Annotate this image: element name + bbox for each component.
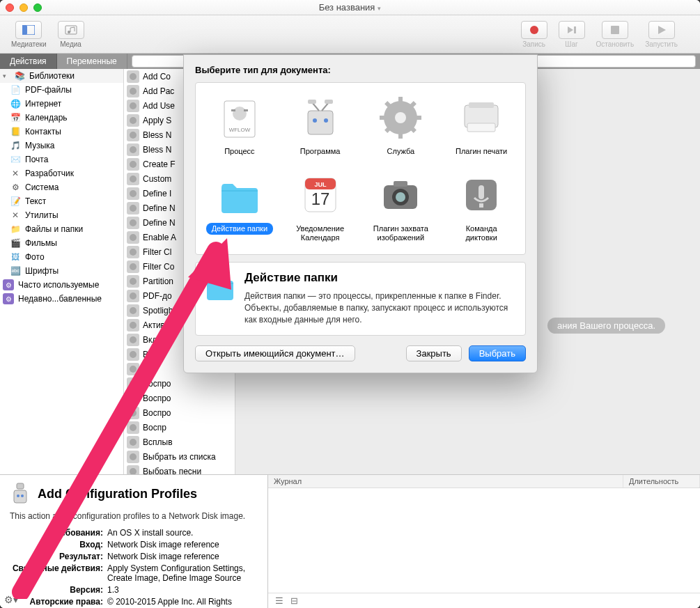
category-icon: 📝 (10, 196, 21, 207)
action-row[interactable]: Выбрать из списка (124, 449, 235, 464)
toolbar-label: Остановить (596, 40, 635, 48)
action-label: Воспро (143, 379, 171, 389)
type-print-plugin[interactable]: Плагин печати (443, 88, 520, 162)
svg-point-8 (130, 88, 137, 95)
sidebar-item[interactable]: 🔤Шрифты (0, 264, 123, 278)
sidebar-item[interactable]: 📝Текст (0, 194, 123, 208)
action-icon (127, 217, 139, 229)
journal-col[interactable]: Журнал (268, 475, 623, 488)
sidebar-item-label: Шрифты (25, 266, 59, 276)
record-icon (529, 25, 539, 35)
svg-point-7 (130, 73, 137, 80)
type-grid: WFLOWПроцессПрограммаСлужбаПлагин печати… (195, 82, 526, 255)
type-image-capture[interactable]: Плагин захвата изображений (363, 166, 440, 248)
info-key: Авторские права: (10, 597, 107, 607)
sidebar-item[interactable]: 📄PDF-файлы (0, 83, 123, 97)
run-button[interactable]: Запустить (645, 21, 678, 48)
choose-button[interactable]: Выбрать (469, 345, 526, 361)
action-row[interactable]: Воспр (124, 420, 235, 435)
info-value: Apply System Configuration Settings, Cre… (107, 563, 258, 583)
action-icon (127, 70, 139, 83)
step-icon (566, 25, 577, 35)
action-row[interactable]: Воспро (124, 405, 235, 420)
svg-point-23 (130, 307, 137, 314)
action-icon (127, 129, 139, 141)
action-icon (127, 348, 139, 361)
sidebar-smart-item[interactable]: ⚙Часто используемые (0, 278, 123, 292)
action-row[interactable]: Воспро (124, 376, 235, 391)
toolbar-label: Запись (522, 40, 545, 48)
step-button[interactable]: Шаг (559, 21, 585, 48)
sidebar-root[interactable]: 📚Библиотеки (0, 69, 123, 83)
svg-rect-56 (414, 116, 421, 120)
sidebar-item[interactable]: 📁Файлы и папки (0, 222, 123, 236)
type-calendar-alarm[interactable]: JUL17Уведомление Календаря (282, 166, 359, 248)
action-label: Add Co (143, 72, 171, 81)
sidebar-item[interactable]: 🎬Фильмы (0, 236, 123, 250)
duration-col[interactable]: Длительность (623, 475, 700, 488)
action-label: PDF-до (143, 291, 172, 301)
svg-point-9 (130, 102, 137, 109)
sidebar-item[interactable]: 📒Контакты (0, 125, 123, 139)
action-label: Активи (143, 320, 170, 330)
action-label: Выбрать из списка (143, 452, 216, 462)
medialib-button[interactable]: Медиатеки (11, 21, 47, 48)
action-label: Create F (143, 159, 176, 169)
info-key: Требования: (10, 528, 107, 538)
open-existing-button[interactable]: Открыть имеющийся документ… (195, 345, 355, 361)
action-label: Включи (143, 335, 172, 345)
action-label: Add Use (143, 101, 175, 111)
action-label: Вос (143, 350, 157, 359)
record-button[interactable]: Запись (521, 21, 547, 48)
svg-point-31 (130, 424, 137, 431)
view-list-icon[interactable]: ☰ (275, 595, 283, 606)
sheet-buttons: Открыть имеющийся документ… Закрыть Выбр… (195, 345, 526, 361)
svg-point-39 (21, 494, 24, 497)
type-workflow[interactable]: WFLOWПроцесс (201, 88, 278, 162)
sidebar-item-label: Почта (25, 155, 48, 164)
sidebar-smart-item[interactable]: ⚙Недавно...бавленные (0, 292, 123, 306)
sidebar-item[interactable]: 📅Календарь (0, 111, 123, 125)
type-icon (375, 93, 426, 143)
action-label: Воспро (143, 393, 171, 403)
action-label: Воспр (143, 423, 166, 432)
svg-point-19 (130, 249, 137, 256)
type-label: Уведомление Календаря (283, 223, 357, 244)
type-folder-action[interactable]: Действие папки (201, 166, 278, 248)
sidebar-item[interactable]: ✕Разработчик (0, 166, 123, 180)
type-service[interactable]: Служба (363, 88, 440, 162)
sidebar-item[interactable]: ✉️Почта (0, 153, 123, 166)
sidebar-item[interactable]: 🌐Интернет (0, 97, 123, 111)
svg-point-38 (17, 494, 20, 497)
close-button[interactable]: Закрыть (406, 345, 462, 361)
svg-point-27 (130, 366, 137, 373)
action-label: Define I (143, 189, 171, 198)
info-row: Вход:Network Disk image reference (10, 540, 258, 549)
sidebar-item[interactable]: ⚙Система (0, 180, 123, 194)
view-columns-icon[interactable]: ⊟ (290, 595, 298, 606)
type-dictation[interactable]: Команда диктовки (443, 166, 520, 248)
svg-rect-62 (469, 102, 494, 108)
sidebar-item-label: Система (25, 182, 59, 192)
action-label: Define N (143, 218, 176, 228)
action-icon (127, 421, 139, 434)
action-label: Partition (143, 276, 173, 286)
action-label: Воспро (143, 408, 171, 418)
category-icon: 📒 (10, 126, 21, 137)
sidebar-item[interactable]: 🖼Фото (0, 250, 123, 264)
sidebar-item[interactable]: 🎵Музыка (0, 139, 123, 153)
media-button[interactable]: Медиа (58, 21, 84, 48)
type-application[interactable]: Программа (282, 88, 359, 162)
action-row[interactable]: Всплыв (124, 435, 235, 449)
sidebar-item[interactable]: ✕Утилиты (0, 208, 123, 222)
svg-point-18 (130, 234, 137, 241)
gear-icon[interactable]: ⚙︎▾ (4, 594, 18, 605)
svg-rect-74 (479, 203, 483, 208)
tab-actions[interactable]: Действия (0, 54, 57, 69)
tab-variables[interactable]: Переменные (57, 54, 127, 69)
action-row[interactable]: Воспро (124, 391, 235, 405)
info-title-text: Add Configuration Profiles (38, 487, 197, 501)
svg-point-52 (395, 112, 406, 123)
svg-point-11 (130, 132, 137, 139)
stop-button[interactable]: Остановить (596, 21, 635, 48)
